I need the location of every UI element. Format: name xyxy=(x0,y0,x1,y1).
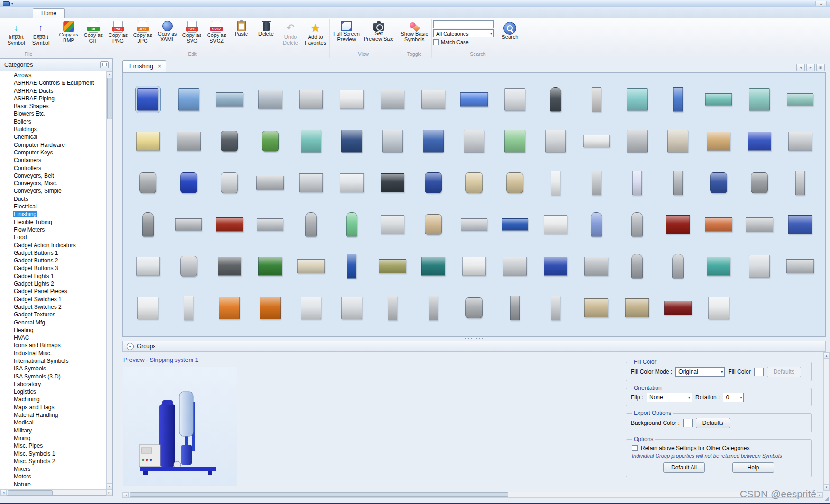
groups-bar[interactable]: ▾ Groups xyxy=(122,341,826,352)
symbol-tile[interactable] xyxy=(421,90,445,109)
symbol-tile[interactable] xyxy=(340,90,364,109)
scroll-up-icon[interactable]: ▲ xyxy=(823,352,830,359)
symbol-tile[interactable] xyxy=(258,257,282,276)
symbol-tile[interactable] xyxy=(381,90,404,109)
symbol-tile[interactable] xyxy=(381,215,404,234)
symbol-tile[interactable] xyxy=(592,171,601,195)
symbol-tile[interactable] xyxy=(297,259,325,273)
resize-grip-icon[interactable]: ◢ xyxy=(825,496,829,501)
symbol-tile[interactable] xyxy=(746,217,773,232)
copy-as-png-button[interactable]: PNGCopy asPNG xyxy=(106,19,130,44)
scroll-right-icon[interactable]: ► xyxy=(106,490,112,496)
symbol-tile[interactable] xyxy=(460,92,488,107)
symbol-tile[interactable] xyxy=(258,90,282,109)
category-item-mining[interactable]: Mining xyxy=(0,434,106,442)
symbol-tile[interactable] xyxy=(464,130,484,153)
symbol-tile[interactable] xyxy=(184,296,193,320)
symbol-tile[interactable] xyxy=(584,257,608,276)
symbol-tile[interactable] xyxy=(429,296,438,320)
symbol-tile[interactable] xyxy=(749,255,770,278)
category-item-gadget-switches-2[interactable]: Gadget Switches 2 xyxy=(0,303,106,311)
symbol-tile[interactable] xyxy=(262,131,279,152)
category-item-icons-and-bitmaps[interactable]: Icons and Bitmaps xyxy=(0,342,106,349)
symbol-tile[interactable] xyxy=(673,171,683,195)
symbol-tile[interactable] xyxy=(177,132,201,151)
category-item-boilers[interactable]: Boilers xyxy=(0,118,106,126)
symbol-tile[interactable] xyxy=(221,131,238,152)
collapse-groups-icon[interactable]: ▾ xyxy=(127,343,134,350)
symbol-tile[interactable] xyxy=(625,298,649,317)
scroll-right-icon[interactable]: ► xyxy=(817,492,823,497)
symbol-tile[interactable] xyxy=(667,130,688,153)
splitter-handle[interactable] xyxy=(465,337,483,340)
category-item-buildings[interactable]: Buildings xyxy=(0,126,106,133)
symbol-tile[interactable] xyxy=(180,172,197,193)
symbol-tile[interactable] xyxy=(425,172,442,193)
h-scrollbar-track[interactable] xyxy=(129,492,817,497)
category-item-military[interactable]: Military xyxy=(0,427,106,434)
symbol-tile[interactable] xyxy=(299,173,323,192)
minimize-ribbon-icon[interactable]: ▴ xyxy=(815,1,827,6)
copy-as-jpg-button[interactable]: JPGCopy asJPG xyxy=(130,19,155,44)
tab-home[interactable]: Home xyxy=(33,8,65,18)
fill-color-mode-dropdown[interactable]: Original ▾ xyxy=(675,367,725,377)
copy-as-gif-button[interactable]: GIFCopy asGIF xyxy=(81,19,106,44)
category-item-ashrae-piping[interactable]: ASHRAE Piping xyxy=(0,95,106,102)
category-item-conveyors-belt[interactable]: Conveyors, Belt xyxy=(0,172,106,180)
symbol-tile[interactable] xyxy=(705,217,732,232)
add-to-favorites-button[interactable]: ★Add toFavorites xyxy=(303,19,328,46)
export-defaults-button[interactable]: Defaults xyxy=(696,418,730,428)
scroll-up-icon[interactable]: ▲ xyxy=(107,71,113,77)
symbol-tile[interactable] xyxy=(749,88,770,111)
symbol-tile[interactable] xyxy=(136,132,160,151)
category-item-ashrae-controls-equipment[interactable]: ASHRAE Controls & Equipment xyxy=(0,79,106,87)
symbol-tile[interactable] xyxy=(708,297,729,319)
symbol-tile[interactable] xyxy=(591,212,602,237)
symbol-tile[interactable] xyxy=(550,87,561,112)
symbol-tile[interactable] xyxy=(672,254,684,279)
retain-settings-checkbox[interactable]: Retain above Settings for Other Categori… xyxy=(632,445,806,451)
category-item-ducts[interactable]: Ducts xyxy=(0,195,106,203)
symbol-tile[interactable] xyxy=(544,215,567,234)
symbol-tile[interactable] xyxy=(139,172,156,193)
symbol-tile[interactable] xyxy=(787,93,813,106)
symbol-tile[interactable] xyxy=(379,259,406,273)
scroll-left-icon[interactable]: ◄ xyxy=(123,492,129,497)
h-scrollbar-thumb[interactable] xyxy=(130,492,508,497)
symbol-tile[interactable] xyxy=(219,297,240,319)
category-item-international-symbols[interactable]: International Symbols xyxy=(0,357,106,365)
category-item-food[interactable]: Food xyxy=(0,234,106,241)
tab-scroll-right-icon[interactable]: ► xyxy=(806,64,815,71)
symbol-tile[interactable] xyxy=(551,296,560,320)
symbol-tile[interactable] xyxy=(748,132,771,151)
category-item-machining[interactable]: Machining xyxy=(0,396,106,403)
categories-pin-button[interactable] xyxy=(100,61,109,68)
symbol-tile[interactable] xyxy=(510,296,520,320)
category-item-gadget-buttons-3[interactable]: Gadget Buttons 3 xyxy=(0,264,106,272)
help-button[interactable]: Help xyxy=(732,462,774,473)
symbol-tile[interactable] xyxy=(305,212,317,237)
symbol-tile[interactable] xyxy=(340,173,364,192)
category-item-arrows[interactable]: Arrows xyxy=(0,72,106,79)
category-item-gadget-buttons-2[interactable]: Gadget Buttons 2 xyxy=(0,257,106,264)
match-case-checkbox[interactable]: Match Case xyxy=(433,39,494,45)
copy-as-svg-button[interactable]: SVGCopy asSVG xyxy=(180,19,204,44)
symbol-tile[interactable] xyxy=(705,93,732,106)
flip-dropdown[interactable]: None ▾ xyxy=(647,393,692,402)
category-item-maps-and-flags[interactable]: Maps and Flags xyxy=(0,404,106,411)
symbol-tile[interactable] xyxy=(180,256,197,277)
symbol-tile[interactable] xyxy=(142,212,154,237)
symbol-tile[interactable] xyxy=(461,218,487,231)
symbol-tile[interactable] xyxy=(341,130,362,153)
export-symbol-button[interactable]: ↑ExportSymbol xyxy=(28,19,53,46)
category-item-medical[interactable]: Medical xyxy=(0,419,106,426)
symbol-tile[interactable] xyxy=(256,176,284,190)
category-item-misc-pipes[interactable]: Misc. Pipes xyxy=(0,442,106,450)
category-item-misc-symbols-2[interactable]: Misc. Symbols 2 xyxy=(0,458,106,465)
category-item-misc-symbols-1[interactable]: Misc. Symbols 1 xyxy=(0,450,106,458)
category-item-laboratory[interactable]: Laboratory xyxy=(0,380,106,388)
symbol-tile[interactable] xyxy=(175,218,202,231)
import-symbol-button[interactable]: ↓ImportSymbol xyxy=(4,19,28,46)
category-item-material-handling[interactable]: Material Handling xyxy=(0,411,106,419)
symbol-tile[interactable] xyxy=(707,132,730,151)
